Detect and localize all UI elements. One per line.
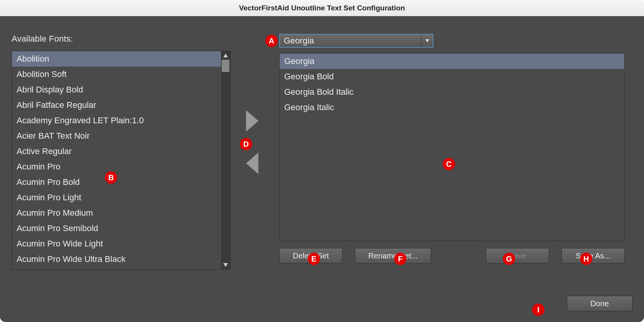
available-font-item[interactable]: Acier BAT Text Noir xyxy=(12,128,221,144)
svg-marker-3 xyxy=(246,153,258,174)
available-fonts-label: Available Fonts: xyxy=(12,34,231,44)
scroll-thumb[interactable] xyxy=(222,60,229,72)
dropdown-arrow-icon[interactable] xyxy=(421,35,433,47)
available-font-item[interactable]: Abolition Soft xyxy=(12,67,221,82)
available-font-item[interactable]: Academy Engraved LET Plain:1.0 xyxy=(12,113,221,128)
remove-from-set-button[interactable] xyxy=(245,152,259,176)
set-font-item[interactable]: Georgia xyxy=(280,54,624,69)
badge-c: C xyxy=(443,158,455,170)
done-row: Done xyxy=(567,296,632,311)
badge-a: A xyxy=(265,35,278,47)
dialog-body: Available Fonts: AbolitionAbolition Soft… xyxy=(0,16,644,322)
available-font-item[interactable]: Abril Fatface Regular xyxy=(12,97,221,113)
available-font-item[interactable]: Acumin Pro Medium xyxy=(12,205,221,221)
dialog-titlebar: VectorFirstAid Unoutline Text Set Config… xyxy=(0,0,644,16)
svg-marker-4 xyxy=(425,39,429,42)
badge-h: H xyxy=(580,253,592,265)
dialog-title: VectorFirstAid Unoutline Text Set Config… xyxy=(239,4,405,12)
add-to-set-button[interactable] xyxy=(245,109,259,134)
spacer xyxy=(443,248,474,263)
badge-e: E xyxy=(308,253,320,265)
badge-f: F xyxy=(394,253,406,265)
action-buttons-row: Delete Set Rename Set... Save Save As... xyxy=(279,248,625,263)
set-fonts-list[interactable]: GeorgiaGeorgia BoldGeorgia Bold ItalicGe… xyxy=(279,53,625,241)
available-font-item[interactable]: Abolition xyxy=(12,51,221,67)
set-font-item[interactable]: Georgia Italic xyxy=(280,100,624,115)
available-font-item[interactable]: Acumin Pro Light xyxy=(12,190,221,205)
set-font-item[interactable]: Georgia Bold xyxy=(280,69,624,84)
svg-marker-1 xyxy=(223,263,228,267)
set-dropdown[interactable]: Georgia xyxy=(279,34,433,48)
available-font-item[interactable]: Abril Display Bold xyxy=(12,82,221,97)
scroll-down-icon[interactable] xyxy=(221,261,230,269)
rename-set-button[interactable]: Rename Set... xyxy=(355,248,431,263)
available-fonts-panel: Available Fonts: AbolitionAbolition Soft… xyxy=(12,34,231,270)
badge-g: G xyxy=(503,253,515,265)
done-button[interactable]: Done xyxy=(567,296,632,311)
set-dropdown-value: Georgia xyxy=(280,36,421,46)
badge-b: B xyxy=(105,171,117,184)
save-as-button[interactable]: Save As... xyxy=(561,248,625,263)
available-fonts-scrollbar[interactable] xyxy=(221,51,230,269)
badge-i: I xyxy=(532,304,545,316)
available-font-item[interactable]: Acumin Pro Wide Ultra Black xyxy=(12,252,221,267)
available-font-item[interactable]: Active Regular xyxy=(12,144,221,159)
set-panel: Georgia GeorgiaGeorgia BoldGeorgia Bold … xyxy=(279,34,625,263)
available-fonts-list[interactable]: AbolitionAbolition SoftAbril Display Bol… xyxy=(12,51,231,270)
available-font-item[interactable]: Acumin Pro Wide Light xyxy=(12,236,221,252)
scroll-track[interactable] xyxy=(221,60,230,261)
set-font-item[interactable]: Georgia Bold Italic xyxy=(280,84,624,100)
scroll-up-icon[interactable] xyxy=(221,51,230,60)
save-button[interactable]: Save xyxy=(486,248,549,263)
badge-d: D xyxy=(240,138,252,150)
available-font-item[interactable]: Acumin Pro xyxy=(12,159,221,174)
available-font-item[interactable]: Acumin Pro Semibold xyxy=(12,221,221,236)
svg-marker-0 xyxy=(223,54,228,57)
available-fonts-list-inner: AbolitionAbolition SoftAbril Display Bol… xyxy=(12,51,221,269)
svg-marker-2 xyxy=(246,110,258,132)
